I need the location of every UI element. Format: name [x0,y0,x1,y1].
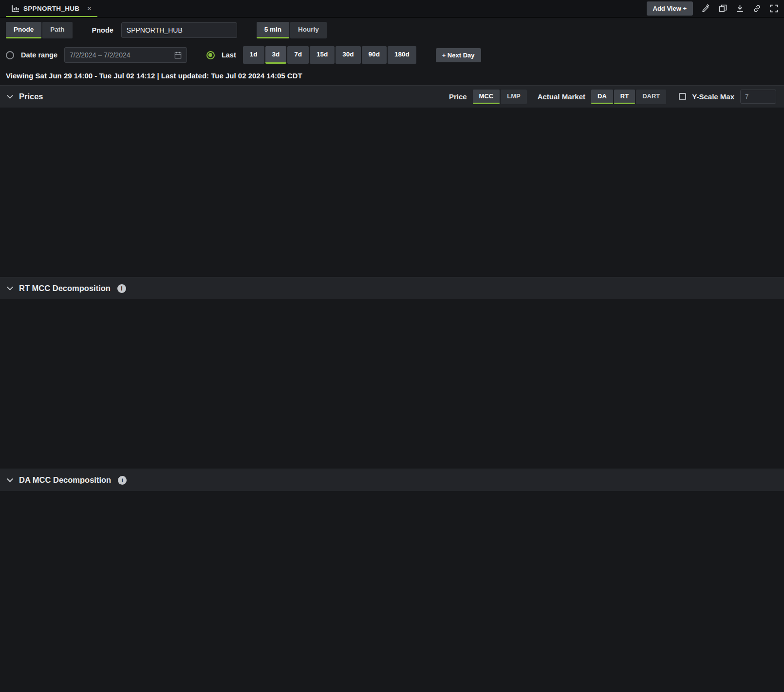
pnode-input[interactable] [121,22,237,38]
path-toggle[interactable]: Path [42,22,72,38]
info-icon[interactable]: i [117,284,126,293]
range-1d-button[interactable]: 1d [243,46,264,64]
date-range-value: 7/2/2024 – 7/2/2024 [70,51,131,59]
price-type-toggle: MCC LMP [473,90,527,104]
actual-market-label: Actual Market [538,92,585,101]
date-controls-row: Date range 7/2/2024 – 7/2/2024 Last 1d 3… [0,42,784,67]
date-range-input[interactable]: 7/2/2024 – 7/2/2024 [64,47,187,63]
date-range-radio[interactable] [6,51,14,59]
range-90d-button[interactable]: 90d [362,46,387,64]
da-toggle[interactable]: DA [591,90,613,104]
rt-mcc-panel: RT MCC Decomposition i [0,277,784,469]
link-icon[interactable] [753,4,761,13]
da-mcc-chart[interactable] [0,491,784,684]
dart-toggle[interactable]: DART [636,90,666,104]
pnode-toggle[interactable]: Pnode [6,22,41,38]
da-mcc-panel-header: DA MCC Decomposition i [0,469,784,491]
next-day-button[interactable]: + Next Day [436,48,481,62]
yscale-label: Y-Scale Max [692,92,734,101]
close-icon[interactable]: × [87,4,92,13]
tab-title: SPPNORTH_HUB [23,5,79,12]
rt-mcc-title: RT MCC Decomposition [19,284,111,293]
download-icon[interactable] [736,4,744,13]
yscale-input[interactable] [740,90,776,104]
mcc-toggle[interactable]: MCC [473,90,500,104]
date-range-label: Date range [21,51,57,59]
price-label: Price [449,92,467,101]
granularity-toggle: 5 min Hourly [257,22,327,38]
chevron-down-icon[interactable] [7,284,13,291]
add-view-button[interactable]: Add View + [647,1,693,16]
prices-panel: Prices Price MCC LMP Actual Market DA RT… [0,85,784,277]
tab-sppnorth-hub[interactable]: SPPNORTH_HUB × [6,0,97,17]
toolbar-actions: Add View + [647,1,778,16]
viewing-status: Viewing Sat Jun 29 14:00 - Tue Jul 02 14… [0,67,784,85]
rt-toggle[interactable]: RT [614,90,635,104]
chevron-down-icon[interactable] [7,92,13,99]
bar-chart-icon [12,5,19,12]
range-3d-button[interactable]: 3d [265,46,287,64]
pnode-label: Pnode [92,26,113,34]
last-radio[interactable] [206,51,215,59]
range-7d-button[interactable]: 7d [287,46,309,64]
last-range-buttons: 1d 3d 7d 15d 30d 90d 180d [243,46,416,64]
calendar-icon [174,52,182,59]
top-bar: SPPNORTH_HUB × Add View + [0,0,784,18]
info-icon[interactable]: i [118,476,127,485]
5min-toggle[interactable]: 5 min [257,22,289,38]
prices-title: Prices [19,92,43,101]
edit-icon[interactable] [702,4,710,13]
prices-chart[interactable] [0,108,784,277]
prices-panel-header: Prices Price MCC LMP Actual Market DA RT… [0,85,784,108]
da-mcc-panel: DA MCC Decomposition i [0,469,784,684]
yscale-checkbox[interactable] [679,93,686,100]
layers-icon[interactable] [719,4,727,13]
da-mcc-title: DA MCC Decomposition [19,475,111,485]
range-30d-button[interactable]: 30d [336,46,360,64]
pnode-path-toggle: Pnode Path [6,22,73,38]
hourly-toggle[interactable]: Hourly [290,22,327,38]
chevron-down-icon[interactable] [7,476,13,482]
lmp-toggle[interactable]: LMP [501,90,526,104]
market-toggle: DA RT DART [591,90,666,104]
fullscreen-icon[interactable] [770,4,778,13]
rt-mcc-panel-header: RT MCC Decomposition i [0,277,784,299]
rt-mcc-chart[interactable] [0,299,784,469]
range-180d-button[interactable]: 180d [388,46,416,64]
last-label: Last [222,51,236,59]
pnode-controls-row: Pnode Path Pnode 5 min Hourly [0,18,784,42]
range-15d-button[interactable]: 15d [310,46,335,64]
